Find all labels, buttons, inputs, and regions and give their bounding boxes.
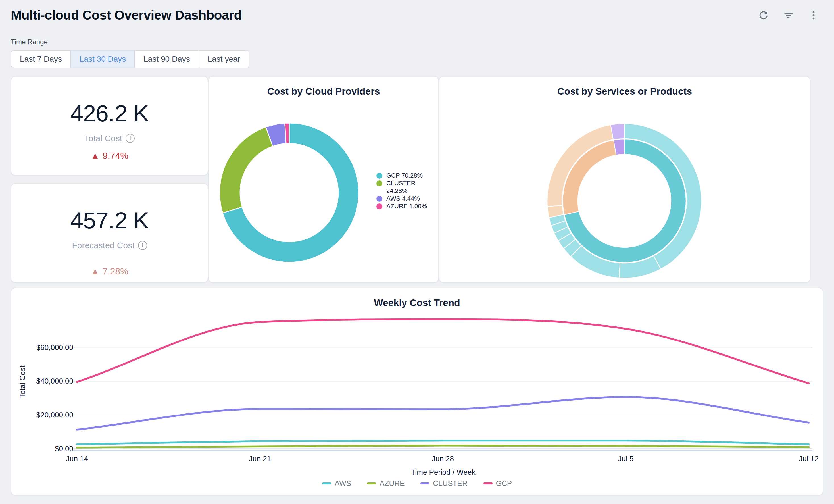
- forecasted-cost-delta: ▲ 7.28%: [91, 266, 128, 277]
- total-cost-label-row: Total Cost i: [84, 133, 135, 143]
- total-cost-value: 426.2 K: [70, 102, 149, 125]
- top-row: 426.2 K Total Cost i ▲ 9.74% 457.2 K For…: [11, 76, 810, 283]
- legend-label: AZURE 1.00%: [386, 202, 432, 210]
- arrow-up-icon: ▲: [91, 266, 100, 277]
- series-line-cluster[interactable]: [77, 397, 809, 430]
- y-axis-title: Total Cost: [18, 365, 27, 398]
- weekly-legend-item-cluster[interactable]: CLUSTER: [420, 479, 467, 488]
- x-tick-label-jul-12: Jul 12: [799, 454, 818, 463]
- header: Multi-cloud Cost Overview Dashboard: [0, 0, 834, 23]
- legend-dot: [376, 180, 382, 187]
- legend-item-aws[interactable]: AWS 4.44%: [376, 195, 432, 202]
- info-icon[interactable]: i: [138, 241, 147, 250]
- forecasted-cost-label: Forecasted Cost: [72, 241, 134, 250]
- series-line-aws[interactable]: [77, 441, 809, 444]
- forecasted-cost-value: 457.2 K: [70, 209, 149, 232]
- y-tick-label: $0.00: [55, 444, 73, 453]
- x-tick-label-jun-14: Jun 14: [66, 454, 88, 463]
- cost-by-services-card: Cost by Services or Products: [439, 76, 810, 283]
- legend-label: CLUSTER 24.28%: [386, 179, 432, 195]
- forecasted-cost-card: 457.2 K Forecasted Cost i ▲ 7.28%: [11, 183, 208, 283]
- services-outer-purple-1[interactable]: [611, 124, 624, 140]
- y-tick-label: $20,000.00: [36, 411, 73, 419]
- legend-dot: [376, 196, 382, 202]
- y-tick-label: $40,000.00: [36, 377, 73, 385]
- time-range-option-last-year[interactable]: Last year: [199, 50, 249, 68]
- legend-swatch: [322, 482, 331, 484]
- legend-dot: [376, 203, 382, 210]
- kpi-column: 426.2 K Total Cost i ▲ 9.74% 457.2 K For…: [11, 76, 208, 283]
- legend-swatch: [483, 482, 492, 484]
- arrow-up-icon: ▲: [91, 151, 100, 161]
- more-options-button[interactable]: [807, 9, 820, 22]
- filter-button[interactable]: [782, 9, 795, 22]
- legend-swatch: [367, 482, 376, 484]
- legend-item-gcp[interactable]: GCP 70.28%: [376, 172, 432, 179]
- providers-legend: GCP 70.28%CLUSTER 24.28%AWS 4.44%AZURE 1…: [376, 172, 432, 210]
- x-tick-label-jun-21: Jun 21: [249, 454, 271, 463]
- total-cost-card: 426.2 K Total Cost i ▲ 9.74%: [11, 76, 208, 176]
- series-line-azure[interactable]: [77, 445, 809, 447]
- weekly-trend-chart[interactable]: $0.00$20,000.00$40,000.00$60,000.00Jun 1…: [12, 288, 824, 496]
- header-actions: [757, 9, 820, 22]
- refresh-icon: [758, 10, 769, 21]
- kebab-menu-icon: [808, 10, 819, 21]
- time-range-option-last-90-days[interactable]: Last 90 Days: [135, 50, 199, 68]
- time-range-label: Time Range: [11, 38, 834, 46]
- x-axis-title: Time Period / Week: [411, 468, 476, 477]
- total-cost-label: Total Cost: [84, 133, 122, 143]
- delta-value: 7.28%: [103, 266, 128, 277]
- bottom-row: Weekly Cost Trend $0.00$20,000.00$40,000…: [11, 287, 823, 496]
- time-range-option-last-30-days[interactable]: Last 30 Days: [71, 50, 135, 68]
- legend-item-azure[interactable]: AZURE 1.00%: [376, 202, 432, 210]
- x-tick-label-jul-5: Jul 5: [618, 454, 634, 463]
- y-tick-label: $60,000.00: [36, 343, 73, 352]
- time-range-group: Last 7 DaysLast 30 DaysLast 90 DaysLast …: [11, 50, 249, 68]
- forecasted-cost-label-row: Forecasted Cost i: [72, 241, 147, 250]
- refresh-button[interactable]: [757, 9, 770, 22]
- legend-swatch: [420, 482, 430, 484]
- cost-by-providers-card: Cost by Cloud Providers GCP 70.28%CLUSTE…: [208, 76, 439, 283]
- legend-item-cluster[interactable]: CLUSTER 24.28%: [376, 179, 432, 195]
- page-title: Multi-cloud Cost Overview Dashboard: [11, 7, 242, 23]
- weekly-cost-trend-card: Weekly Cost Trend $0.00$20,000.00$40,000…: [11, 287, 823, 496]
- legend-label: GCP: [496, 479, 512, 488]
- total-cost-delta: ▲ 9.74%: [91, 151, 128, 161]
- series-line-gcp[interactable]: [77, 319, 809, 383]
- services-sunburst-chart[interactable]: [439, 77, 811, 283]
- legend-label: AWS: [335, 479, 351, 488]
- legend-dot: [376, 173, 382, 179]
- weekly-legend: AWSAZURECLUSTERGCP: [12, 479, 822, 488]
- weekly-legend-item-azure[interactable]: AZURE: [367, 479, 404, 488]
- legend-label: AZURE: [379, 479, 404, 488]
- weekly-legend-item-aws[interactable]: AWS: [322, 479, 351, 488]
- info-icon[interactable]: i: [126, 134, 135, 143]
- legend-label: CLUSTER: [433, 479, 467, 488]
- legend-label: AWS 4.44%: [386, 195, 432, 202]
- legend-label: GCP 70.28%: [386, 172, 432, 179]
- providers-slice-CLUSTER[interactable]: [220, 127, 273, 213]
- time-range-option-last-7-days[interactable]: Last 7 Days: [12, 50, 71, 68]
- weekly-legend-item-gcp[interactable]: GCP: [483, 479, 512, 488]
- x-tick-label-jun-28: Jun 28: [432, 454, 454, 463]
- dashboard-page: Multi-cloud Cost Overview Dashboard: [0, 0, 834, 504]
- filter-icon: [783, 10, 794, 21]
- delta-value: 9.74%: [103, 151, 128, 161]
